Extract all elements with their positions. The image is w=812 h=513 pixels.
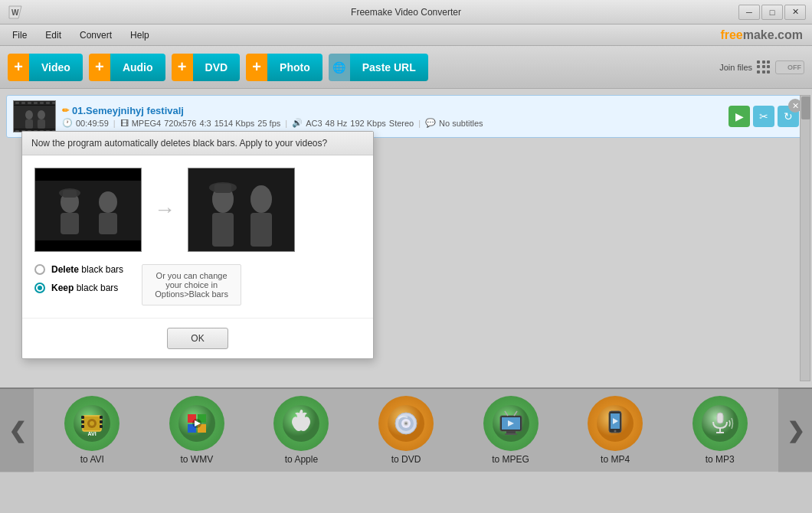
- left-arrow-icon: ❮: [8, 418, 26, 443]
- apple-label: to Apple: [285, 454, 318, 465]
- dialog-options: Delete black bars Keep black bars Or you…: [34, 264, 361, 306]
- add-dvd-button[interactable]: + DVD: [172, 54, 241, 81]
- mp4-label: to MP4: [601, 454, 630, 465]
- svg-point-78: [614, 430, 617, 433]
- svg-rect-38: [250, 213, 272, 247]
- add-photo-button[interactable]: + Photo: [246, 54, 323, 81]
- join-files-section: Join files OFF: [719, 60, 804, 74]
- before-svg: [35, 168, 142, 252]
- menubar: File Edit Convert Help freemake.com: [0, 25, 812, 46]
- convert-to-mpeg-button[interactable]: to MPEG: [483, 396, 539, 465]
- cut-button[interactable]: ✂: [753, 106, 774, 127]
- paste-url-button[interactable]: 🌐 Paste URL: [329, 54, 428, 81]
- keep-radio[interactable]: [34, 283, 45, 293]
- svg-rect-34: [188, 168, 295, 252]
- minimize-button[interactable]: ─: [738, 5, 760, 20]
- nav-right-button[interactable]: ❯: [778, 388, 812, 472]
- ok-button[interactable]: OK: [167, 328, 228, 349]
- clock-icon: 🕐: [62, 118, 73, 128]
- svg-point-6: [38, 110, 45, 119]
- svg-rect-31: [99, 213, 117, 234]
- edit-icon: ✏: [62, 106, 69, 116]
- brand-logo: freemake.com: [720, 28, 803, 42]
- add-video-button[interactable]: + Video: [8, 54, 83, 81]
- scrollbar[interactable]: [800, 95, 810, 381]
- maximize-button[interactable]: □: [761, 5, 783, 20]
- mpeg-label: to MPEG: [492, 454, 529, 465]
- file-name: ✏ 01.Semeyjnihyj festivalj: [62, 105, 722, 116]
- subtitle-icon: 💬: [425, 118, 436, 128]
- photo-label[interactable]: Photo: [267, 54, 323, 81]
- right-arrow-icon: ❯: [787, 418, 804, 443]
- grid-icon: [757, 60, 771, 74]
- audio-label[interactable]: Audio: [110, 54, 165, 81]
- nav-left-button[interactable]: ❮: [0, 388, 34, 472]
- svg-rect-40: [214, 184, 231, 193]
- svg-rect-10: [15, 102, 19, 104]
- svg-rect-16: [52, 102, 55, 104]
- svg-rect-47: [100, 420, 103, 423]
- svg-point-4: [25, 110, 33, 119]
- convert-to-mp3-button[interactable]: to MP3: [692, 396, 748, 465]
- convert-to-avi-button[interactable]: AVI to AVI: [64, 396, 120, 465]
- brand-free: free: [720, 28, 742, 41]
- video-label[interactable]: Video: [29, 54, 83, 81]
- dvd-label[interactable]: DVD: [193, 54, 241, 81]
- svg-text:W: W: [11, 8, 19, 17]
- avi-icon: AVI: [64, 396, 120, 451]
- black-bars-dialog: Now the program automatically deletes bl…: [21, 131, 374, 359]
- svg-rect-81: [717, 413, 723, 423]
- wmv-label: to WMV: [181, 454, 214, 465]
- svg-rect-46: [100, 416, 103, 419]
- svg-rect-3: [14, 106, 56, 129]
- apple-icon: [273, 396, 329, 451]
- delete-bars-option[interactable]: Delete black bars: [34, 264, 123, 275]
- svg-rect-48: [100, 425, 103, 428]
- after-svg: [188, 168, 295, 252]
- svg-rect-44: [81, 420, 84, 423]
- mp4-icon: [588, 396, 643, 451]
- svg-point-37: [250, 185, 272, 213]
- dialog-footer: OK: [22, 318, 373, 358]
- convert-to-wmv-button[interactable]: to WMV: [169, 396, 224, 465]
- menu-edit[interactable]: Edit: [36, 27, 70, 44]
- file-thumbnail: [13, 100, 56, 132]
- play-button[interactable]: ▶: [729, 106, 750, 127]
- convert-to-dvd-button[interactable]: to DVD: [378, 396, 434, 465]
- svg-rect-5: [25, 119, 33, 129]
- close-window-button[interactable]: ✕: [784, 5, 806, 20]
- delete-radio[interactable]: [34, 264, 45, 275]
- menu-file[interactable]: File: [3, 27, 36, 44]
- menu-help[interactable]: Help: [121, 27, 159, 44]
- convert-to-mp4-button[interactable]: to MP4: [588, 396, 643, 465]
- after-image: [188, 168, 295, 252]
- paste-url-label[interactable]: Paste URL: [350, 54, 428, 81]
- join-files-toggle[interactable]: OFF: [775, 60, 804, 74]
- thumbnail-image: [14, 101, 56, 132]
- scrollbar-thumb[interactable]: [801, 96, 810, 119]
- svg-point-30: [99, 191, 117, 213]
- add-audio-button[interactable]: + Audio: [89, 54, 165, 81]
- svg-rect-26: [35, 240, 142, 252]
- mp3-label: to MP3: [706, 454, 735, 465]
- film-icon: 🎞: [120, 119, 129, 128]
- mpeg-icon: [483, 396, 539, 451]
- plus-icon-audio: +: [89, 54, 110, 81]
- keep-bars-option[interactable]: Keep black bars: [34, 283, 123, 293]
- avi-label: to AVI: [80, 454, 104, 465]
- app-logo: W: [6, 5, 25, 20]
- menu-convert[interactable]: Convert: [70, 27, 121, 44]
- window-title: Freemake Video Converter: [351, 7, 461, 18]
- convert-to-apple-button[interactable]: to Apple: [273, 396, 329, 465]
- brand-make: make: [743, 28, 774, 41]
- bottom-bar: ❮: [0, 387, 812, 472]
- svg-rect-14: [40, 102, 44, 104]
- svg-rect-43: [81, 416, 84, 419]
- audio-icon: 🔊: [292, 118, 303, 128]
- titlebar: W Freemake Video Converter ─ □ ✕: [0, 0, 812, 25]
- svg-rect-45: [81, 425, 84, 428]
- toolbar: + Video + Audio + DVD + Photo 🌐 Paste UR…: [0, 46, 812, 89]
- svg-point-66: [404, 423, 407, 425]
- dvd-label: to DVD: [391, 454, 421, 465]
- svg-text:AVI: AVI: [88, 431, 97, 436]
